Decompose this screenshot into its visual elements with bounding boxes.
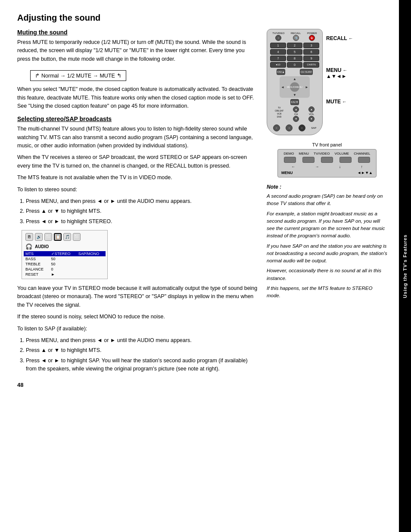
menu-icon-5: 🎵 — [63, 233, 71, 241]
num-10: ●10 — [270, 62, 286, 68]
audio-row-treble: TREBLE 50 — [24, 261, 106, 267]
note-title: Note : — [267, 184, 387, 190]
audio-word: AUDIO — [35, 244, 49, 249]
ch-up: ▲ — [293, 106, 299, 112]
menu-icon-6: ⬜ — [73, 233, 81, 241]
remote-special-row: FAV▲ CH SURF — [269, 69, 320, 75]
fp-volume-btn — [339, 157, 352, 163]
muting-para1: Press MUTE to temporarily reduce (1/2 MU… — [17, 38, 258, 63]
note-para-3: If you have SAP on and the station you a… — [267, 243, 387, 265]
fp-menu-btn — [302, 157, 314, 163]
audio-row-bass: BASS 50 — [24, 256, 106, 261]
audio-headphone-icon: 🎧 — [25, 243, 32, 250]
menu-arrows-label: ▲▼◄► — [326, 73, 347, 79]
num-3: 3 — [303, 43, 319, 48]
num-6: 6 — [303, 49, 319, 55]
balance-empty — [77, 267, 106, 272]
num-8: 8 — [287, 56, 303, 61]
fp-bottom-labels: MENU ◄►▼▲ — [281, 171, 373, 175]
num-2: 2 — [287, 43, 303, 48]
audio-settings-table: MTS ✓STEREO SAP/MONO BASS 50 TREBLE 50 — [24, 251, 106, 277]
sap-step-2: Press ▲ or ▼ to highlight MTS. — [26, 346, 258, 355]
fp-buttons-row — [281, 157, 373, 163]
sap-sub-heading: To listen to SAP (if available): — [17, 325, 258, 333]
fp-bottom-arrows: ◄►▼▲ — [357, 171, 373, 175]
for-direct-btn: ○ — [273, 124, 280, 131]
nav-center: MENU/DIMENU — [290, 82, 299, 92]
fav-down-btn: FAV▼ — [290, 99, 299, 105]
audio-menu-label-row: 🎧 AUDIO — [24, 243, 106, 250]
fp-label-menu: MENU — [299, 152, 309, 156]
note-para-2: For example, a station might broadcast m… — [267, 210, 387, 240]
bass-empty — [77, 256, 106, 261]
remote-top-row: TV/VIDEO ○ RECALL 🔎 POWER ⏻ — [269, 32, 320, 41]
ch-surf-btn: CH SURF — [300, 69, 313, 75]
recall-btn: 🔎 — [293, 35, 299, 41]
note-para-4: However, occasionally there is no sound … — [267, 267, 387, 282]
mute-cycle-arrow-left: ↱ — [35, 72, 40, 79]
recall-label: RECALL — [326, 35, 347, 41]
mute-btn-remote: ○ — [299, 124, 305, 131]
treble-value: 50 — [50, 261, 77, 267]
fp-arrow-right: → — [315, 165, 319, 169]
right-column: TV/VIDEO ○ RECALL 🔎 POWER ⏻ — [267, 29, 387, 388]
fp-arrow-down: ↓ — [339, 165, 341, 169]
fav-bottom-row: FAV▼ — [269, 99, 320, 105]
treble-label: TREBLE — [24, 261, 50, 267]
nav-right: ► — [305, 85, 308, 89]
mute-arrow: ← — [342, 99, 347, 104]
fp-arrow-left: ← — [291, 165, 295, 169]
side-tab-label: Using the TV's Features — [402, 234, 408, 298]
front-panel-label: TV front panel — [267, 142, 387, 147]
audio-row-reset: RESET ► — [24, 272, 106, 277]
page-title: Adjusting the sound — [17, 13, 387, 23]
left-column: Muting the sound Press MUTE to temporari… — [17, 29, 258, 388]
mts-label: MTS — [24, 251, 50, 256]
ch-btn: CH/BTN — [303, 62, 319, 68]
nav-down: ▼ — [293, 93, 296, 97]
num-5: 5 — [287, 49, 303, 55]
remote-right-labels: RECALL ← MENU ← ▲▼◄► MUTE ← — [326, 29, 353, 105]
power-btn: ⏻ — [309, 35, 315, 41]
fav-btn: FAV▲ — [277, 69, 285, 75]
remote-nav-area: ▲ ▼ ◄ ► MENU/DIMENU — [280, 76, 310, 98]
tv-front-panel-section: TV front panel DEMO MENU TV/VIDEO VOLUME… — [267, 142, 387, 177]
treble-empty — [77, 261, 106, 267]
side-tab: Using the TV's Features — [399, 0, 411, 532]
control-row: TV CBILSAT VCR DVD ▲ CH ▼ — [270, 106, 319, 122]
tv-front-panel: DEMO MENU TV/VIDEO VOLUME CHANNEL — [277, 149, 377, 177]
muting-para2: When you select "MUTE" mode, the closed … — [17, 85, 258, 110]
audio-row-balance: BALANCE 0 — [24, 267, 106, 272]
fp-bottom-menu: MENU — [281, 171, 293, 175]
reset-arrow: ► — [50, 272, 77, 277]
stereo-step-1: Press MENU, and then press ◄ or ► until … — [26, 197, 258, 205]
sap-indicator: SAP — [311, 124, 316, 131]
reset-empty — [77, 272, 106, 277]
mute-cycle-diagram: ↱ Normal → 1/2 MUTE → MUTE ↰ — [30, 70, 126, 81]
stereo-steps-list: Press MENU, and then press ◄ or ► until … — [26, 197, 258, 226]
recall-arrow: ← — [349, 36, 353, 41]
menu-arrow: ← — [342, 68, 347, 73]
fp-label-volume: VOLUME — [334, 152, 349, 156]
note-para-1: A second audio program (SAP) can be hear… — [267, 193, 387, 208]
menu-icon-1: 🖹 — [25, 233, 33, 241]
stereo-para2: When the TV receives a stereo or SAP bro… — [17, 153, 258, 170]
fp-arrows: ← → ↓ ↑ — [281, 165, 373, 169]
bass-value: 50 — [50, 256, 77, 261]
bass-label: BASS — [24, 256, 50, 261]
tv-video-btn: ○ — [275, 35, 281, 41]
mts-stereo: ✓STEREO — [50, 251, 77, 256]
nav-up: ▲ — [293, 77, 296, 81]
balance-value: 0 — [50, 267, 77, 272]
mute-cycle-arrow-right: ↰ — [117, 72, 121, 79]
num-0: 0 — [287, 62, 303, 68]
fp-top-labels: DEMO MENU TV/VIDEO VOLUME CHANNEL — [281, 152, 373, 156]
num-4: 4 — [270, 49, 286, 55]
fp-channel-btn — [358, 157, 370, 163]
stereo-heading: Selecting stereo/SAP broadcasts — [17, 115, 258, 122]
stereo-sub-heading: To listen to stereo sound: — [17, 186, 258, 194]
balance-label: BALANCE — [24, 267, 50, 272]
stereo-para4: You can leave your TV in STEREO mode bec… — [17, 284, 258, 309]
reset-label: RESET — [24, 272, 50, 277]
remote-control: TV/VIDEO ○ RECALL 🔎 POWER ⏻ — [267, 29, 323, 135]
